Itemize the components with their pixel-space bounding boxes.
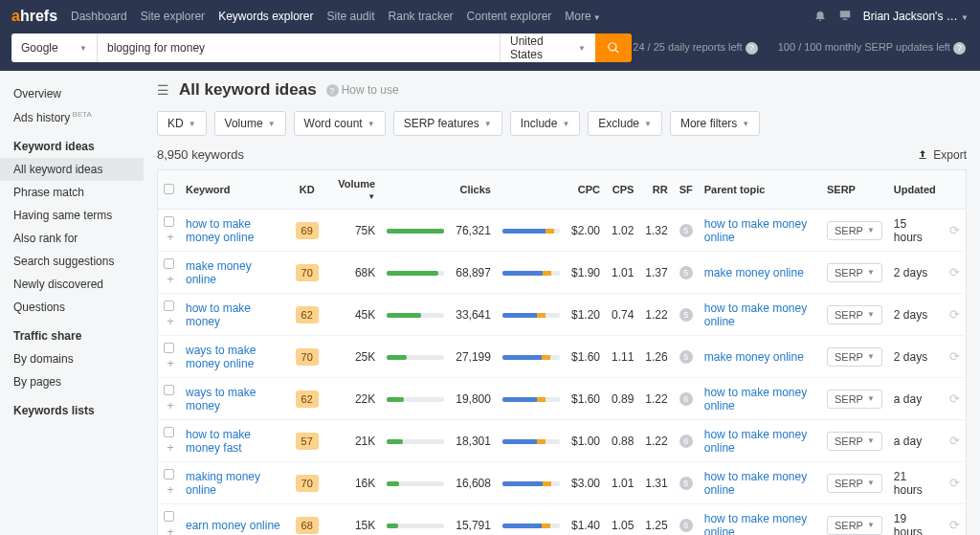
serp-features-badge[interactable]: 5 <box>679 477 693 490</box>
refresh-icon[interactable]: ⟳ <box>949 518 960 532</box>
sidebar-item-search-suggestions[interactable]: Search suggestions <box>0 250 144 273</box>
serp-button[interactable]: SERP ▼ <box>827 305 882 324</box>
keyword-link[interactable]: how to make money online <box>186 217 254 244</box>
col-clicks[interactable]: Clicks <box>450 170 497 210</box>
nav-more[interactable]: More▼ <box>565 10 600 23</box>
expand-icon[interactable]: + <box>167 524 174 535</box>
serp-button[interactable]: SERP ▼ <box>827 474 882 493</box>
refresh-icon[interactable]: ⟳ <box>949 349 960 364</box>
filter-exclude[interactable]: Exclude ▼ <box>588 111 662 136</box>
keyword-link[interactable]: make money online <box>186 259 252 286</box>
nav-content-explorer[interactable]: Content explorer <box>467 10 552 23</box>
row-checkbox[interactable] <box>164 469 174 479</box>
expand-icon[interactable]: + <box>167 398 174 412</box>
select-all-checkbox[interactable] <box>164 184 174 194</box>
keyword-link[interactable]: how to make money <box>186 301 251 328</box>
serp-features-badge[interactable]: 6 <box>679 435 693 448</box>
row-checkbox[interactable] <box>164 343 174 353</box>
col-cpc[interactable]: CPC <box>566 170 606 210</box>
nav-site-explorer[interactable]: Site explorer <box>141 10 205 23</box>
row-checkbox[interactable] <box>164 216 174 227</box>
keyword-link[interactable]: ways to make money <box>186 386 256 412</box>
col-parent[interactable]: Parent topic <box>699 170 821 210</box>
sidebar-item-ads-history[interactable]: Ads history BETA <box>0 105 144 129</box>
keyword-link[interactable]: making money online <box>186 470 260 497</box>
collapse-sidebar-icon[interactable]: ☰ <box>157 82 169 98</box>
serp-features-badge[interactable]: 5 <box>679 308 693 322</box>
refresh-icon[interactable]: ⟳ <box>949 391 960 406</box>
keyword-input[interactable] <box>98 33 500 62</box>
sidebar-item-having-same-terms[interactable]: Having same terms <box>0 204 144 227</box>
expand-icon[interactable]: + <box>167 314 174 328</box>
serp-features-badge[interactable]: 5 <box>679 266 693 279</box>
sidebar-item-all-keyword-ideas[interactable]: All keyword ideas <box>0 158 144 181</box>
filter-volume[interactable]: Volume ▼ <box>214 111 286 136</box>
refresh-icon[interactable]: ⟳ <box>949 434 960 448</box>
search-button[interactable] <box>595 33 632 62</box>
keyword-link[interactable]: how to make money fast <box>186 428 251 455</box>
col-volume[interactable]: Volume ▼ <box>324 170 382 210</box>
refresh-icon[interactable]: ⟳ <box>949 476 960 490</box>
sidebar-item-newly-discovered[interactable]: Newly discovered <box>0 273 144 296</box>
nav-dashboard[interactable]: Dashboard <box>71 10 127 23</box>
info-icon[interactable]: ? <box>953 42 966 55</box>
row-checkbox[interactable] <box>164 301 174 311</box>
parent-topic-link[interactable]: how to make money online <box>704 386 807 412</box>
refresh-icon[interactable]: ⟳ <box>949 265 960 279</box>
serp-button[interactable]: SERP ▼ <box>827 516 882 535</box>
sidebar-item-phrase-match[interactable]: Phrase match <box>0 181 144 204</box>
expand-icon[interactable]: + <box>167 440 174 455</box>
export-button[interactable]: Export <box>917 148 967 162</box>
col-rr[interactable]: RR <box>639 170 673 210</box>
parent-topic-link[interactable]: how to make money online <box>704 428 807 455</box>
filter-kd[interactable]: KD ▼ <box>157 111 207 136</box>
col-cps[interactable]: CPS <box>606 170 639 210</box>
row-checkbox[interactable] <box>164 511 174 522</box>
col-kd[interactable]: KD <box>290 170 324 210</box>
row-checkbox[interactable] <box>164 258 174 269</box>
filter-serp-features[interactable]: SERP features ▼ <box>393 111 502 136</box>
expand-icon[interactable]: + <box>167 482 174 497</box>
sidebar-item-questions[interactable]: Questions <box>0 296 144 319</box>
parent-topic-link[interactable]: make money online <box>704 350 804 364</box>
parent-topic-link[interactable]: how to make money online <box>704 512 807 536</box>
col-keyword[interactable]: Keyword <box>180 170 290 210</box>
country-select[interactable]: United States▼ <box>500 33 595 62</box>
refresh-icon[interactable]: ⟳ <box>949 307 960 322</box>
expand-icon[interactable]: + <box>167 356 174 370</box>
serp-features-badge[interactable]: 5 <box>679 519 693 532</box>
keyword-link[interactable]: earn money online <box>186 519 280 532</box>
parent-topic-link[interactable]: how to make money online <box>704 301 807 328</box>
row-checkbox[interactable] <box>164 385 174 395</box>
sidebar-item-by-pages[interactable]: By pages <box>0 370 144 393</box>
serp-button[interactable]: SERP ▼ <box>827 347 882 367</box>
nav-site-audit[interactable]: Site audit <box>327 10 375 23</box>
parent-topic-link[interactable]: how to make money online <box>704 470 807 497</box>
filter-word-count[interactable]: Word count ▼ <box>294 111 386 136</box>
serp-button[interactable]: SERP ▼ <box>827 263 882 282</box>
parent-topic-link[interactable]: how to make money online <box>704 217 807 244</box>
nav-keywords-explorer[interactable]: Keywords explorer <box>218 10 313 23</box>
col-sf[interactable]: SF <box>674 170 699 210</box>
expand-icon[interactable]: + <box>167 272 174 286</box>
serp-button[interactable]: SERP ▼ <box>827 221 882 240</box>
sidebar-item-overview[interactable]: Overview <box>0 82 144 105</box>
parent-topic-link[interactable]: make money online <box>704 266 804 279</box>
logo[interactable]: ahrefs <box>11 8 57 25</box>
serp-features-badge[interactable]: 5 <box>679 224 693 237</box>
serp-features-badge[interactable]: 5 <box>679 350 693 364</box>
sidebar-item-also-rank-for[interactable]: Also rank for <box>0 227 144 250</box>
serp-button[interactable]: SERP ▼ <box>827 390 882 409</box>
engine-select[interactable]: Google▼ <box>11 33 98 62</box>
filter-include[interactable]: Include ▼ <box>510 111 581 136</box>
monitor-icon[interactable] <box>838 9 852 25</box>
how-to-use[interactable]: ?How to use <box>326 83 399 98</box>
keyword-link[interactable]: ways to make money online <box>186 344 256 370</box>
bell-icon[interactable] <box>813 9 827 25</box>
filter-more-filters[interactable]: More filters ▼ <box>670 111 760 136</box>
nav-rank-tracker[interactable]: Rank tracker <box>389 10 454 23</box>
row-checkbox[interactable] <box>164 427 174 437</box>
col-updated[interactable]: Updated <box>888 170 944 210</box>
expand-icon[interactable]: + <box>167 230 174 244</box>
sidebar-item-by-domains[interactable]: By domains <box>0 347 144 370</box>
